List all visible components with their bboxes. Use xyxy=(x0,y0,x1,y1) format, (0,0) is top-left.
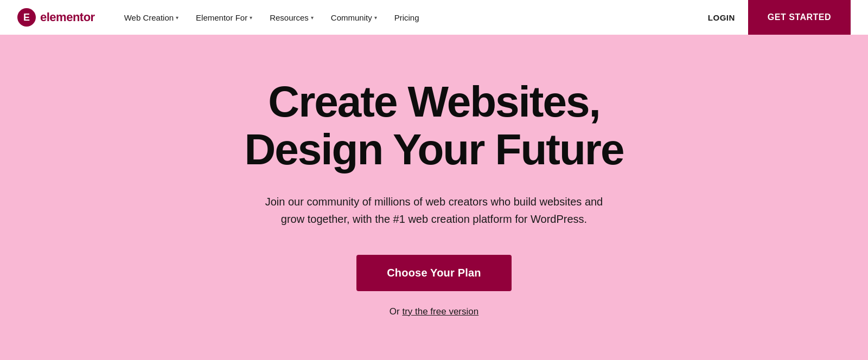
hero-title-line1: Create Websites, xyxy=(268,78,599,126)
hero-title: Create Websites, Design Your Future xyxy=(245,78,624,173)
free-version-text: Or try the free version xyxy=(390,306,478,317)
logo-icon: E xyxy=(17,8,36,27)
chevron-down-icon: ▾ xyxy=(250,15,252,21)
nav-item-pricing[interactable]: Pricing xyxy=(387,9,427,27)
choose-plan-button[interactable]: Choose Your Plan xyxy=(356,255,512,291)
nav-item-elementor-for[interactable]: Elementor For ▾ xyxy=(188,9,260,27)
chevron-down-icon: ▾ xyxy=(374,15,377,21)
get-started-button[interactable]: GET STARTED xyxy=(748,0,851,35)
nav-label-resources: Resources xyxy=(270,13,309,22)
login-button[interactable]: LOGIN xyxy=(695,8,748,28)
nav-right: LOGIN GET STARTED xyxy=(695,0,851,35)
hero-title-line2: Design Your Future xyxy=(245,125,624,173)
nav-label-pricing: Pricing xyxy=(394,13,419,22)
hero-subtitle: Join our community of millions of web cr… xyxy=(260,193,608,228)
free-version-link[interactable]: try the free version xyxy=(402,306,478,317)
nav-item-community[interactable]: Community ▾ xyxy=(323,9,385,27)
chevron-down-icon: ▾ xyxy=(176,15,178,21)
logo[interactable]: E elementor xyxy=(17,8,95,27)
nav-links: Web Creation ▾ Elementor For ▾ Resources… xyxy=(117,9,695,27)
navbar: E elementor Web Creation ▾ Elementor For… xyxy=(0,0,868,35)
free-version-prefix: Or xyxy=(390,306,403,317)
nav-label-web-creation: Web Creation xyxy=(124,13,174,22)
logo-text: elementor xyxy=(40,10,95,24)
nav-label-elementor-for: Elementor For xyxy=(196,13,247,22)
nav-item-resources[interactable]: Resources ▾ xyxy=(262,9,321,27)
nav-item-web-creation[interactable]: Web Creation ▾ xyxy=(117,9,186,27)
nav-label-community: Community xyxy=(331,13,372,22)
hero-section: Create Websites, Design Your Future Join… xyxy=(0,35,868,360)
chevron-down-icon: ▾ xyxy=(311,15,314,21)
